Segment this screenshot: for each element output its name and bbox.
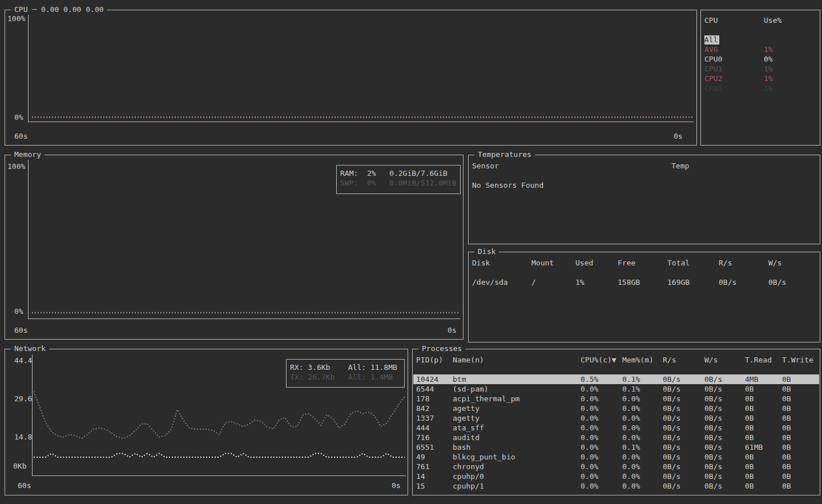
proc-header-write-rate[interactable]: W/s [704,356,718,365]
process-row[interactable]: 6551 bash 0.0% 0.1% 0B/s 0B/s 61MB 0B [413,442,819,452]
process-write-rate: 0B/s [704,404,722,413]
process-row[interactable]: 15 cpuhp/1 0.0% 0.0% 0B/s 0B/s 0B 0B [413,481,819,491]
process-pid: 10424 [416,374,438,384]
process-read-rate: 0B/s [663,481,680,491]
process-mem: 0.1% [622,442,640,452]
cpu-legend-row[interactable]: AVG 1% [701,45,820,55]
process-row[interactable]: 6544 (sd-pam) 0.0% 0.1% 0B/s 0B/s 0B 0B [413,384,819,394]
process-rows: 10424 btm 0.5% 0.1% 0B/s 0B/s 4MB 0B 654… [413,374,819,491]
process-cpu: 0.0% [581,433,598,442]
process-total-read: 0B [745,384,754,394]
process-total-write: 0B [782,374,791,384]
cpu-legend-header-use: Use% [764,16,781,25]
process-name: agetty [453,404,480,413]
process-cpu: 0.0% [581,452,598,462]
process-write-rate: 0B/s [704,374,722,384]
proc-header-read-rate[interactable]: R/s [663,356,676,365]
process-pid: 761 [416,462,429,471]
process-row[interactable]: 49 blkcg_punt_bio 0.0% 0.0% 0B/s 0B/s 0B… [413,452,819,462]
process-read-rate: 0B/s [663,462,680,471]
process-row[interactable]: 444 ata_sff 0.0% 0.0% 0B/s 0B/s 0B 0B [413,423,819,433]
process-read-rate: 0B/s [663,471,680,481]
process-name: blkcg_punt_bio [453,452,515,462]
cpu-usage-chart [32,18,694,118]
process-row[interactable]: 842 agetty 0.0% 0.0% 0B/s 0B/s 0B 0B [413,404,819,413]
btm-system-monitor: { "theme": { "background": "#2b2b2b", "f… [0,0,822,504]
process-mem: 0.0% [622,471,640,481]
process-total-write: 0B [782,413,791,423]
process-name: ata_sff [453,423,484,433]
temp-header-temp: Temp [671,162,689,171]
proc-header-cpu-sorted[interactable]: CPU%(c)▼ [581,356,616,365]
process-total-read: 0B [745,394,754,404]
process-write-rate: 0B/s [704,413,722,423]
disk-read-rate: 0B/s [719,278,736,287]
temperatures-panel-title: Temperatures [474,150,535,159]
proc-header-name[interactable]: Name(n) [453,356,484,365]
network-y-label-0: 0Kb [13,462,26,471]
process-name: cpuhp/0 [453,471,484,481]
process-row[interactable]: 178 acpi_thermal_pm 0.0% 0.0% 0B/s 0B/s … [413,394,819,404]
process-pid: 1337 [416,413,434,423]
network-x-left-label: 60s [18,481,31,490]
cpu-core-label: CPU3 [704,84,722,93]
process-write-rate: 0B/s [704,433,722,442]
process-read-rate: 0B/s [663,404,680,413]
process-row[interactable]: 716 auditd 0.0% 0.0% 0B/s 0B/s 0B 0B [413,433,819,442]
proc-header-pid[interactable]: PID(p) [416,356,443,365]
process-row[interactable]: 1337 agetty 0.0% 0.0% 0B/s 0B/s 0B 0B [413,413,819,423]
cpu-legend-row[interactable]: CPU2 1% [701,74,820,84]
process-total-write: 0B [782,433,791,442]
processes-panel: Processes PID(p) Name(n) CPU%(c)▼ Mem%(m… [412,349,820,495]
proc-header-total-read[interactable]: T.Read [745,356,772,365]
process-row[interactable]: 761 chronyd 0.0% 0.0% 0B/s 0B/s 0B 0B [413,462,819,471]
process-cpu: 0.5% [581,374,598,384]
disk-header-mount: Mount [531,259,554,268]
process-read-rate: 0B/s [663,452,680,462]
cpu-y-min-label: 0% [14,113,23,122]
process-total-read: 61MB [745,442,763,452]
process-mem: 0.0% [622,462,640,471]
cpu-panel-title: CPU ─ 0.00 0.00 0.00 [11,5,107,14]
tx-legend: TX: 26.7Kb All: 1.4MB [290,373,393,382]
cpu-core-label: CPU0 [704,55,722,64]
process-row[interactable]: 10424 btm 0.5% 0.1% 0B/s 0B/s 4MB 0B [413,374,819,384]
network-y-label-2: 29.6 [14,394,32,404]
process-read-rate: 0B/s [663,423,680,433]
process-total-write: 0B [782,442,791,452]
process-read-rate: 0B/s [663,433,680,442]
process-cpu: 0.0% [581,394,598,404]
process-total-read: 0B [745,404,754,413]
process-row[interactable]: 14 cpuhp/0 0.0% 0.0% 0B/s 0B/s 0B 0B [413,471,819,481]
proc-header-mem[interactable]: Mem%(m) [622,356,654,365]
cpu-x-right-label: 0s [674,132,683,141]
process-cpu: 0.0% [581,404,598,413]
cpu-legend-row[interactable]: CPU1 1% [701,64,820,74]
process-read-rate: 0B/s [663,413,680,423]
network-panel-title: Network [11,344,49,353]
memory-y-max-label: 100% [7,162,25,171]
chart-series-tx-kb [34,392,405,438]
memory-x-left-label: 60s [14,326,27,335]
cpu-legend-row[interactable]: All [701,35,820,45]
process-total-read: 0B [745,433,754,442]
ram-usage-legend: RAM: 2% 0.2GiB/7.6GiB [340,169,448,178]
memory-panel: Memory 100% 0% 60s 0s RAM: 2% 0.2GiB/7.6… [5,155,464,340]
process-write-rate: 0B/s [704,394,722,404]
process-total-write: 0B [782,394,791,404]
process-read-rate: 0B/s [663,442,680,452]
disk-header-used: Used [575,259,593,268]
disk-panel-title: Disk [474,247,499,256]
process-name: auditd [453,433,480,442]
proc-header-total-write[interactable]: T.Write [782,356,813,365]
process-cpu: 0.0% [581,413,598,423]
cpu-legend-header-name: CPU [704,16,718,25]
disk-device: /dev/sda [472,278,508,287]
process-cpu: 0.0% [581,442,598,452]
cpu-legend-row[interactable]: CPU0 0% [701,55,820,64]
process-total-write: 0B [782,452,791,462]
memory-x-right-label: 0s [448,326,457,335]
process-name: agetty [453,413,480,423]
cpu-legend-row[interactable]: CPU3 1% [701,84,820,94]
process-name: cpuhp/1 [453,481,484,491]
